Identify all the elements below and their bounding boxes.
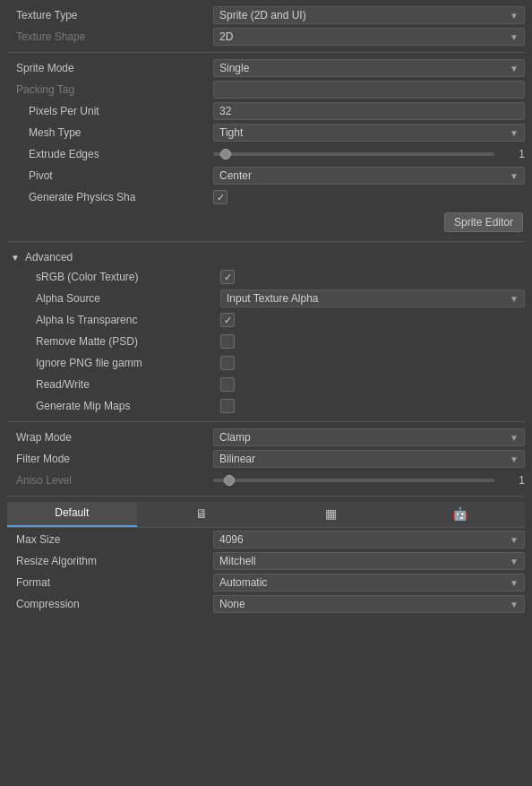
extrude-edges-value: 1 bbox=[213, 148, 525, 160]
ignore-png-value bbox=[220, 356, 525, 370]
texture-type-dropdown[interactable]: Sprite (2D and UI) ▼ bbox=[213, 6, 525, 24]
alpha-source-dropdown[interactable]: Input Texture Alpha ▼ bbox=[220, 289, 525, 307]
format-arrow: ▼ bbox=[510, 578, 519, 588]
compression-arrow: ▼ bbox=[510, 600, 519, 609]
resize-algo-value: Mitchell ▼ bbox=[213, 552, 525, 570]
mesh-type-arrow: ▼ bbox=[510, 128, 519, 138]
aniso-level-row: Aniso Level 1 bbox=[7, 471, 525, 490]
read-write-row: Read/Write bbox=[14, 375, 525, 394]
pivot-arrow: ▼ bbox=[510, 171, 519, 181]
texture-shape-value: 2D ▼ bbox=[213, 28, 525, 46]
format-dropdown[interactable]: Automatic ▼ bbox=[213, 574, 525, 592]
pixels-per-unit-input[interactable] bbox=[213, 102, 525, 120]
aniso-thumb bbox=[224, 475, 235, 486]
pivot-dropdown[interactable]: Center ▼ bbox=[213, 167, 525, 185]
mesh-type-row: Mesh Type Tight ▼ bbox=[7, 123, 525, 143]
srgb-value bbox=[220, 270, 525, 284]
alpha-transparency-label: Alpha Is Transparenc bbox=[14, 314, 220, 326]
pivot-label: Pivot bbox=[7, 169, 213, 182]
texture-shape-dropdown[interactable]: 2D ▼ bbox=[213, 28, 525, 46]
extrude-thumb bbox=[220, 149, 231, 160]
extrude-edges-slider[interactable] bbox=[213, 152, 494, 156]
wrap-mode-row: Wrap Mode Clamp ▼ bbox=[7, 428, 525, 447]
alpha-source-row: Alpha Source Input Texture Alpha ▼ bbox=[14, 289, 525, 308]
tab-android[interactable]: 🤖 bbox=[396, 502, 526, 527]
texture-type-value: Sprite (2D and UI) ▼ bbox=[213, 6, 525, 24]
generate-mip-row: Generate Mip Maps bbox=[14, 396, 525, 416]
max-size-label: Max Size bbox=[7, 533, 213, 546]
generate-physics-label: Generate Physics Sha bbox=[7, 191, 213, 203]
alpha-source-value: Input Texture Alpha ▼ bbox=[220, 289, 525, 307]
generate-physics-row: Generate Physics Sha bbox=[7, 187, 525, 207]
texture-shape-arrow: ▼ bbox=[510, 32, 519, 42]
tab-default[interactable]: Default bbox=[7, 502, 137, 527]
resize-algo-dropdown[interactable]: Mitchell ▼ bbox=[213, 552, 525, 570]
alpha-transparency-checkbox[interactable] bbox=[220, 313, 235, 327]
wrap-mode-dropdown[interactable]: Clamp ▼ bbox=[213, 428, 525, 446]
pixels-per-unit-label: Pixels Per Unit bbox=[7, 105, 213, 117]
packing-tag-value bbox=[213, 81, 525, 99]
srgb-checkbox[interactable] bbox=[220, 270, 235, 284]
read-write-checkbox[interactable] bbox=[220, 377, 235, 392]
ignore-png-label: Ignore PNG file gamm bbox=[14, 357, 220, 369]
resize-algo-label: Resize Algorithm bbox=[7, 555, 213, 567]
compression-row: Compression None ▼ bbox=[7, 594, 525, 614]
filter-mode-value: Bilinear ▼ bbox=[213, 450, 525, 468]
alpha-source-label: Alpha Source bbox=[14, 292, 220, 305]
advanced-section-header[interactable]: ▼ Advanced bbox=[7, 247, 525, 267]
filter-mode-arrow: ▼ bbox=[510, 454, 519, 464]
sprite-mode-label: Sprite Mode bbox=[7, 62, 213, 74]
ignore-png-checkbox[interactable] bbox=[220, 356, 235, 370]
packing-tag-input[interactable] bbox=[213, 81, 525, 99]
srgb-label: sRGB (Color Texture) bbox=[14, 271, 220, 283]
srgb-row: sRGB (Color Texture) bbox=[14, 267, 525, 287]
sprite-editor-button[interactable]: Sprite Editor bbox=[444, 212, 523, 232]
aniso-level-value: 1 bbox=[213, 474, 525, 487]
generate-mip-checkbox[interactable] bbox=[220, 399, 235, 413]
advanced-section: sRGB (Color Texture) Alpha Source Input … bbox=[7, 267, 525, 416]
import-settings-panel: Texture Type Sprite (2D and UI) ▼ Textur… bbox=[0, 0, 532, 621]
filter-mode-dropdown[interactable]: Bilinear ▼ bbox=[213, 450, 525, 468]
pivot-value: Center ▼ bbox=[213, 167, 525, 185]
max-size-dropdown[interactable]: 4096 ▼ bbox=[213, 531, 525, 548]
remove-matte-value bbox=[220, 334, 525, 349]
aniso-level-slider[interactable] bbox=[213, 479, 494, 482]
grid-icon: ▦ bbox=[325, 506, 337, 521]
texture-type-arrow: ▼ bbox=[510, 11, 519, 21]
aniso-level-label: Aniso Level bbox=[7, 474, 213, 487]
advanced-arrow-icon: ▼ bbox=[11, 253, 20, 263]
divider-3 bbox=[7, 421, 525, 422]
pixels-per-unit-value bbox=[213, 102, 525, 120]
compression-dropdown[interactable]: None ▼ bbox=[213, 595, 525, 613]
filter-mode-label: Filter Mode bbox=[7, 453, 213, 465]
wrap-mode-label: Wrap Mode bbox=[7, 431, 213, 444]
remove-matte-checkbox[interactable] bbox=[220, 334, 235, 349]
generate-mip-value bbox=[220, 399, 525, 413]
tab-grid[interactable]: ▦ bbox=[266, 502, 396, 527]
format-row: Format Automatic ▼ bbox=[7, 573, 525, 592]
extrude-slider-row: 1 bbox=[213, 148, 525, 160]
mesh-type-value: Tight ▼ bbox=[213, 124, 525, 142]
remove-matte-row: Remove Matte (PSD) bbox=[14, 332, 525, 351]
pixels-per-unit-row: Pixels Per Unit bbox=[7, 101, 525, 121]
generate-physics-checkbox[interactable] bbox=[213, 190, 227, 204]
max-size-arrow: ▼ bbox=[510, 535, 519, 545]
mesh-type-dropdown[interactable]: Tight ▼ bbox=[213, 124, 525, 142]
android-icon: 🤖 bbox=[452, 506, 468, 521]
advanced-label: Advanced bbox=[25, 251, 73, 263]
sprite-mode-dropdown[interactable]: Single ▼ bbox=[213, 59, 525, 77]
generate-physics-value bbox=[213, 190, 525, 204]
packing-tag-row: Packing Tag bbox=[7, 80, 525, 99]
format-value: Automatic ▼ bbox=[213, 574, 525, 592]
format-label: Format bbox=[7, 576, 213, 589]
extrude-edges-label: Extrude Edges bbox=[7, 148, 213, 160]
alpha-transparency-row: Alpha Is Transparenc bbox=[14, 310, 525, 330]
alpha-source-arrow: ▼ bbox=[510, 294, 519, 304]
mesh-type-label: Mesh Type bbox=[7, 126, 213, 139]
max-size-value: 4096 ▼ bbox=[213, 531, 525, 548]
compression-value: None ▼ bbox=[213, 595, 525, 613]
divider-1 bbox=[7, 52, 525, 53]
tab-monitor[interactable]: 🖥 bbox=[137, 502, 267, 527]
compression-label: Compression bbox=[7, 598, 213, 610]
pivot-row: Pivot Center ▼ bbox=[7, 166, 525, 186]
